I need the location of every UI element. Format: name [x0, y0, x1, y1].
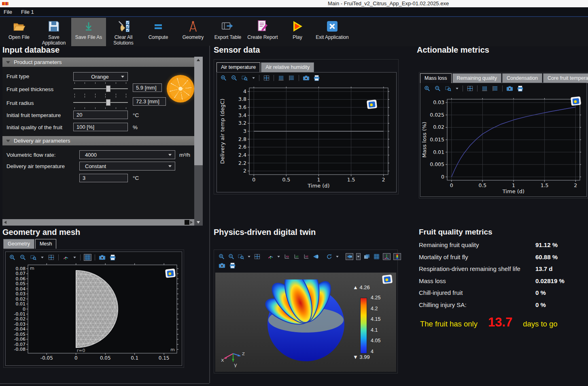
svg-text:-0.06: -0.06: [14, 337, 25, 342]
zoom-extents-icon[interactable]: [254, 253, 261, 260]
zoom-in-icon[interactable]: [218, 253, 225, 260]
vertical-scrollbar[interactable]: [194, 57, 203, 226]
zoom-out-icon[interactable]: [434, 85, 442, 92]
caret-down-icon[interactable]: [247, 253, 251, 260]
scrollbar-thumb[interactable]: [185, 220, 189, 225]
caret-down-icon[interactable]: [455, 85, 459, 92]
caret-down-icon[interactable]: [335, 253, 339, 260]
initial-temp-field[interactable]: 20: [73, 111, 128, 119]
zoom-box-icon[interactable]: [30, 254, 37, 261]
air-temp-field[interactable]: 3: [79, 174, 128, 182]
tab-remaining-quality[interactable]: Remaining quality: [452, 73, 501, 83]
tab-condensation[interactable]: Condensation: [502, 73, 542, 83]
xy-view-icon[interactable]: xy: [283, 253, 290, 260]
zoom-extents-icon[interactable]: [466, 85, 474, 92]
slider-thumb[interactable]: [106, 99, 110, 106]
print-icon[interactable]: [313, 75, 321, 81]
zoom-box-icon[interactable]: [444, 85, 452, 92]
axis-orientation-icon[interactable]: [62, 254, 70, 261]
fruit-radius-value[interactable]: 72.3 [mm]: [133, 97, 166, 106]
toolbar-open-file-button[interactable]: Open File: [2, 18, 36, 46]
horizontal-grid-icon[interactable]: [491, 85, 499, 92]
color-legend-icon[interactable]: [393, 253, 401, 260]
svg-text:Delivery air temp (degC): Delivery air temp (degC): [219, 98, 225, 164]
tab-mass-loss[interactable]: Mass loss: [420, 73, 452, 83]
caret-down-icon[interactable]: [356, 253, 361, 260]
toolbar-create-report-button[interactable]: Create Report: [245, 18, 280, 46]
toolbar-clear-all-solutions-button[interactable]: Clear All Solutions: [106, 18, 141, 46]
toolbar-exit-application-button[interactable]: Exit Application: [315, 18, 350, 46]
vertical-grid-icon[interactable]: [481, 85, 488, 92]
rotate-icon[interactable]: [326, 253, 333, 260]
separator: [502, 85, 503, 92]
caret-down-icon[interactable]: [72, 254, 77, 261]
initial-quality-field[interactable]: 100 [%]: [73, 123, 128, 131]
menu-item-file[interactable]: File: [4, 9, 12, 15]
zoom-box-icon[interactable]: [241, 75, 248, 81]
zoom-in-icon[interactable]: [8, 254, 16, 261]
toolbar-geometry-button[interactable]: Geometry: [176, 18, 210, 46]
metric-row-respiration-driven-remaining-shelf-life: Respiration-driven remaining shelf life1…: [419, 263, 588, 275]
zoom-box-icon[interactable]: [238, 253, 244, 260]
mesh-plot[interactable]: -0.0500.050.10.150.080.070.060.050.040.0…: [6, 262, 181, 364]
toolbar-play-button[interactable]: Play: [280, 18, 315, 46]
grid-icon[interactable]: [84, 254, 91, 261]
axis-orientation-icon[interactable]: [267, 253, 274, 260]
tab-air-temperature[interactable]: Air temperature: [217, 62, 260, 72]
zoom-out-icon[interactable]: [228, 253, 235, 260]
zoom-in-icon[interactable]: [220, 75, 227, 81]
fruit-type-combobox[interactable]: Orange: [73, 72, 128, 81]
delivery-air-header[interactable]: Delivery air parameters: [2, 136, 194, 145]
tab-core-fruit-temperature[interactable]: Core fruit temperature: [543, 73, 588, 83]
horizontal-scrollbar[interactable]: [2, 219, 194, 226]
camera-icon[interactable]: [506, 85, 514, 92]
zoom-in-icon[interactable]: [423, 85, 431, 92]
colorbar-tick-label: 4: [371, 349, 374, 354]
print-icon[interactable]: [109, 254, 117, 261]
svg-text:4: 4: [243, 88, 246, 94]
yz-view-icon[interactable]: yz: [293, 253, 300, 260]
menu-item-file-1[interactable]: File 1: [21, 9, 34, 15]
toolbar-compute-button[interactable]: Compute: [141, 18, 176, 46]
transparency-icon[interactable]: [363, 253, 370, 260]
caret-down-icon[interactable]: [277, 253, 280, 260]
product-parameters-header[interactable]: Product parameters: [2, 58, 194, 67]
caret-down-icon[interactable]: [251, 75, 256, 81]
axes-icon[interactable]: [383, 253, 391, 260]
zoom-extents-icon[interactable]: [47, 254, 55, 261]
toolbar-save-application-button[interactable]: Save Application: [36, 18, 71, 46]
input-database-panel: Product parameters Fruit type Orange Fru…: [2, 57, 194, 219]
camera-icon[interactable]: [302, 75, 310, 81]
svg-text:2.8: 2.8: [238, 136, 246, 142]
toolbar-export-table-button[interactable]: Export Table: [210, 18, 245, 46]
xz-view-icon[interactable]: xz: [303, 253, 310, 260]
toolbar-save-file-as-button[interactable]: Save File As: [71, 18, 106, 46]
scene-light-icon[interactable]: [346, 253, 353, 260]
zoom-extents-icon[interactable]: [263, 75, 270, 81]
camera-icon[interactable]: [218, 262, 226, 269]
tab-geometry[interactable]: Geometry: [3, 239, 34, 249]
horizontal-grid-icon[interactable]: [288, 75, 295, 81]
tab-mesh[interactable]: Mesh: [35, 239, 57, 249]
peel-thickness-slider[interactable]: [73, 85, 128, 93]
slider-thumb[interactable]: [106, 85, 110, 92]
3d-scene[interactable]: ▲ 4.26 4.254.24.154.14.054 ▼ 3.99 x y z: [215, 273, 396, 372]
print-icon[interactable]: [229, 262, 236, 269]
scrollbar-thumb[interactable]: [194, 57, 203, 165]
zoom-out-icon[interactable]: [230, 75, 238, 81]
flow-rate-combobox[interactable]: 4000: [79, 150, 175, 159]
air-temp-combobox[interactable]: Constant: [79, 162, 175, 171]
fruit-radius-slider[interactable]: [73, 98, 128, 107]
perspective-icon[interactable]: [312, 253, 319, 260]
mass-loss-chart[interactable]: 00.511.5200.0050.010.0150.020.0250.03Tim…: [420, 94, 586, 196]
camera-icon[interactable]: [98, 254, 106, 261]
sensor-chart[interactable]: 00.511.5222.22.42.62.833.23.43.63.84Time…: [217, 83, 395, 191]
caret-down-icon[interactable]: [40, 254, 45, 261]
tab-air-relative-humidity[interactable]: Air relative humidity: [261, 62, 314, 72]
vertical-grid-icon[interactable]: [277, 75, 285, 81]
vertical-divider: [209, 46, 210, 383]
zoom-out-icon[interactable]: [19, 254, 27, 261]
grid-icon[interactable]: [373, 253, 380, 260]
peel-thickness-value[interactable]: 5.9 [mm]: [133, 83, 162, 92]
print-icon[interactable]: [516, 85, 524, 92]
